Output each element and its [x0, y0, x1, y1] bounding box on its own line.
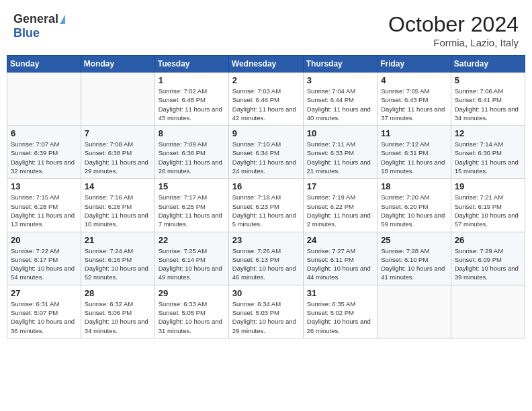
- calendar-cell: 16Sunrise: 7:18 AMSunset: 6:23 PMDayligh…: [228, 179, 303, 232]
- calendar-week-1: 1Sunrise: 7:02 AMSunset: 6:48 PMDaylight…: [7, 73, 525, 126]
- day-number: 1: [159, 75, 225, 85]
- day-number: 29: [159, 288, 225, 298]
- calendar-cell: 28Sunrise: 6:32 AMSunset: 5:06 PMDayligh…: [81, 285, 154, 338]
- calendar-cell: 17Sunrise: 7:19 AMSunset: 6:22 PMDayligh…: [303, 179, 377, 232]
- calendar-week-5: 27Sunrise: 6:31 AMSunset: 5:07 PMDayligh…: [7, 285, 525, 338]
- calendar-cell: 20Sunrise: 7:22 AMSunset: 6:17 PMDayligh…: [7, 232, 81, 285]
- day-info: Sunrise: 7:26 AMSunset: 6:13 PMDaylight:…: [232, 246, 300, 282]
- location: Formia, Lazio, Italy: [388, 37, 519, 48]
- day-info: Sunrise: 7:29 AMSunset: 6:09 PMDaylight:…: [455, 246, 521, 282]
- weekday-row: SundayMondayTuesdayWednesdayThursdayFrid…: [7, 56, 525, 73]
- day-number: 19: [455, 181, 521, 191]
- calendar-table: SundayMondayTuesdayWednesdayThursdayFrid…: [7, 55, 525, 338]
- day-number: 25: [381, 235, 447, 245]
- day-info: Sunrise: 7:04 AMSunset: 6:44 PMDaylight:…: [307, 87, 373, 122]
- day-info: Sunrise: 7:09 AMSunset: 6:36 PMDaylight:…: [159, 140, 225, 175]
- calendar-cell: 27Sunrise: 6:31 AMSunset: 5:07 PMDayligh…: [7, 285, 81, 338]
- calendar-cell: 12Sunrise: 7:14 AMSunset: 6:30 PMDayligh…: [451, 126, 525, 179]
- day-info: Sunrise: 7:10 AMSunset: 6:34 PMDaylight:…: [232, 140, 300, 175]
- calendar-cell: 29Sunrise: 6:33 AMSunset: 5:05 PMDayligh…: [154, 285, 228, 338]
- day-number: 21: [85, 235, 151, 245]
- calendar-cell: 8Sunrise: 7:09 AMSunset: 6:36 PMDaylight…: [154, 126, 228, 179]
- day-info: Sunrise: 7:08 AMSunset: 6:38 PMDaylight:…: [85, 140, 151, 175]
- day-info: Sunrise: 7:14 AMSunset: 6:30 PMDaylight:…: [455, 140, 521, 175]
- calendar-cell: 7Sunrise: 7:08 AMSunset: 6:38 PMDaylight…: [81, 126, 154, 179]
- day-number: 17: [307, 181, 373, 191]
- day-number: 16: [232, 181, 300, 191]
- calendar-cell: [451, 285, 525, 338]
- weekday-header-tuesday: Tuesday: [154, 56, 228, 73]
- calendar-cell: 26Sunrise: 7:29 AMSunset: 6:09 PMDayligh…: [451, 232, 525, 285]
- day-info: Sunrise: 7:20 AMSunset: 6:20 PMDaylight:…: [381, 193, 447, 228]
- logo-blue-text: Blue: [13, 26, 40, 40]
- day-info: Sunrise: 7:12 AMSunset: 6:31 PMDaylight:…: [381, 140, 447, 175]
- day-number: 2: [232, 75, 300, 85]
- calendar-week-4: 20Sunrise: 7:22 AMSunset: 6:17 PMDayligh…: [7, 232, 525, 285]
- day-number: 22: [159, 235, 225, 245]
- logo: General Blue: [13, 12, 65, 40]
- logo-general-text: General: [13, 12, 58, 26]
- day-info: Sunrise: 7:19 AMSunset: 6:22 PMDaylight:…: [307, 193, 373, 228]
- day-info: Sunrise: 7:05 AMSunset: 6:43 PMDaylight:…: [381, 87, 447, 122]
- weekday-header-wednesday: Wednesday: [228, 56, 303, 73]
- calendar-cell: [7, 73, 81, 126]
- calendar-cell: 22Sunrise: 7:25 AMSunset: 6:14 PMDayligh…: [154, 232, 228, 285]
- calendar-cell: 25Sunrise: 7:28 AMSunset: 6:10 PMDayligh…: [378, 232, 451, 285]
- calendar-cell: 14Sunrise: 7:16 AMSunset: 6:26 PMDayligh…: [81, 179, 154, 232]
- day-info: Sunrise: 7:07 AMSunset: 6:39 PMDaylight:…: [11, 140, 77, 175]
- day-info: Sunrise: 7:18 AMSunset: 6:23 PMDaylight:…: [232, 193, 300, 228]
- calendar-cell: 30Sunrise: 6:34 AMSunset: 5:03 PMDayligh…: [228, 285, 303, 338]
- day-number: 13: [11, 181, 77, 191]
- calendar-cell: 19Sunrise: 7:21 AMSunset: 6:19 PMDayligh…: [451, 179, 525, 232]
- calendar-cell: 2Sunrise: 7:03 AMSunset: 6:46 PMDaylight…: [228, 73, 303, 126]
- day-number: 11: [381, 128, 447, 138]
- day-info: Sunrise: 7:03 AMSunset: 6:46 PMDaylight:…: [232, 87, 300, 122]
- day-number: 12: [455, 128, 521, 138]
- calendar-cell: 5Sunrise: 7:06 AMSunset: 6:41 PMDaylight…: [451, 73, 525, 126]
- day-info: Sunrise: 6:34 AMSunset: 5:03 PMDaylight:…: [232, 300, 300, 335]
- month-title: October 2024: [388, 12, 519, 37]
- day-info: Sunrise: 7:21 AMSunset: 6:19 PMDaylight:…: [455, 193, 521, 228]
- day-info: Sunrise: 7:17 AMSunset: 6:25 PMDaylight:…: [159, 193, 225, 228]
- calendar-week-3: 13Sunrise: 7:15 AMSunset: 6:28 PMDayligh…: [7, 179, 525, 232]
- day-number: 8: [159, 128, 225, 138]
- day-number: 3: [307, 75, 373, 85]
- day-info: Sunrise: 7:27 AMSunset: 6:11 PMDaylight:…: [307, 246, 373, 282]
- day-info: Sunrise: 6:35 AMSunset: 5:02 PMDaylight:…: [307, 300, 373, 335]
- day-number: 5: [455, 75, 521, 85]
- day-info: Sunrise: 6:32 AMSunset: 5:06 PMDaylight:…: [85, 300, 151, 335]
- day-info: Sunrise: 7:28 AMSunset: 6:10 PMDaylight:…: [381, 246, 447, 282]
- calendar-cell: 9Sunrise: 7:10 AMSunset: 6:34 PMDaylight…: [228, 126, 303, 179]
- calendar-body: 1Sunrise: 7:02 AMSunset: 6:48 PMDaylight…: [7, 73, 525, 338]
- calendar-cell: 21Sunrise: 7:24 AMSunset: 6:16 PMDayligh…: [81, 232, 154, 285]
- page-header: General Blue October 2024 Formia, Lazio,…: [7, 7, 525, 51]
- day-info: Sunrise: 7:22 AMSunset: 6:17 PMDaylight:…: [11, 246, 77, 282]
- weekday-header-sunday: Sunday: [7, 56, 81, 73]
- title-area: October 2024 Formia, Lazio, Italy: [388, 12, 519, 48]
- day-number: 10: [307, 128, 373, 138]
- day-info: Sunrise: 7:02 AMSunset: 6:48 PMDaylight:…: [159, 87, 225, 122]
- day-info: Sunrise: 7:15 AMSunset: 6:28 PMDaylight:…: [11, 193, 77, 228]
- day-info: Sunrise: 7:25 AMSunset: 6:14 PMDaylight:…: [159, 246, 225, 282]
- day-number: 6: [11, 128, 77, 138]
- calendar-header: SundayMondayTuesdayWednesdayThursdayFrid…: [7, 56, 525, 73]
- day-number: 14: [85, 181, 151, 191]
- day-info: Sunrise: 7:24 AMSunset: 6:16 PMDaylight:…: [85, 246, 151, 282]
- day-number: 18: [381, 181, 447, 191]
- day-info: Sunrise: 7:16 AMSunset: 6:26 PMDaylight:…: [85, 193, 151, 228]
- calendar-cell: [378, 285, 451, 338]
- calendar-cell: 23Sunrise: 7:26 AMSunset: 6:13 PMDayligh…: [228, 232, 303, 285]
- day-number: 24: [307, 235, 373, 245]
- logo-icon: [60, 15, 65, 24]
- day-info: Sunrise: 7:11 AMSunset: 6:33 PMDaylight:…: [307, 140, 373, 175]
- day-info: Sunrise: 6:31 AMSunset: 5:07 PMDaylight:…: [11, 300, 77, 335]
- calendar-cell: 24Sunrise: 7:27 AMSunset: 6:11 PMDayligh…: [303, 232, 377, 285]
- day-info: Sunrise: 6:33 AMSunset: 5:05 PMDaylight:…: [159, 300, 225, 335]
- day-number: 27: [11, 288, 77, 298]
- calendar-cell: 15Sunrise: 7:17 AMSunset: 6:25 PMDayligh…: [154, 179, 228, 232]
- calendar-cell: 6Sunrise: 7:07 AMSunset: 6:39 PMDaylight…: [7, 126, 81, 179]
- calendar-cell: 4Sunrise: 7:05 AMSunset: 6:43 PMDaylight…: [378, 73, 451, 126]
- day-number: 15: [159, 181, 225, 191]
- calendar-cell: 13Sunrise: 7:15 AMSunset: 6:28 PMDayligh…: [7, 179, 81, 232]
- calendar-week-2: 6Sunrise: 7:07 AMSunset: 6:39 PMDaylight…: [7, 126, 525, 179]
